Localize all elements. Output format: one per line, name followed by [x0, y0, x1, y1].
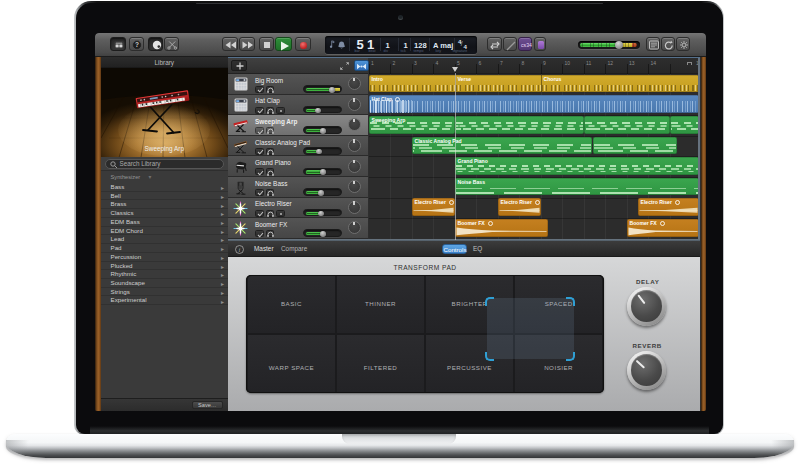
svg-text:?: ?	[135, 41, 139, 48]
svg-text:i: i	[239, 246, 241, 253]
